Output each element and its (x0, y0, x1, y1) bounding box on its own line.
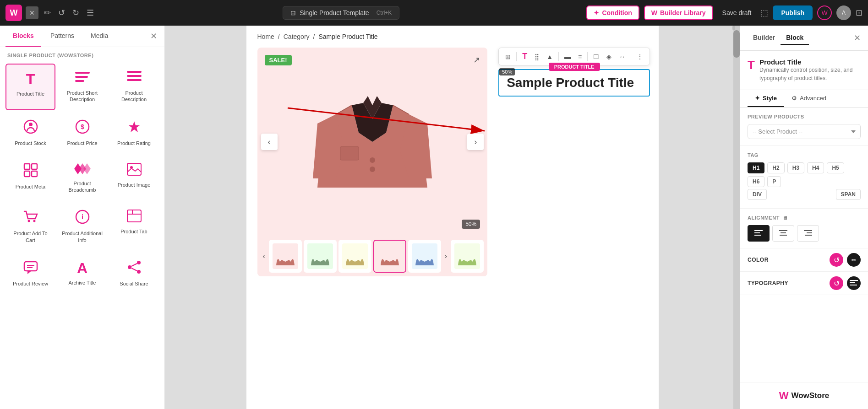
right-advanced-tab[interactable]: ⚙ Advanced (784, 90, 834, 107)
thumb-3[interactable] (338, 240, 371, 273)
block-item-add-to-cart[interactable]: Product Add To Cart (5, 202, 55, 251)
color-reset-button[interactable]: ↺ (830, 253, 843, 267)
redo-icon[interactable]: ↻ (71, 6, 81, 20)
condition-button[interactable]: ✦ Condition (586, 5, 639, 20)
product-title-icon: T (26, 71, 35, 88)
tag-h5-button[interactable]: H5 (827, 162, 844, 173)
tag-h2-button[interactable]: H2 (767, 162, 784, 173)
save-draft-button[interactable]: Save draft (718, 6, 756, 19)
product-title-text: Sample Product Title (507, 75, 642, 90)
tab-patterns[interactable]: Patterns (43, 26, 82, 47)
block-item-review[interactable]: Product Review (5, 253, 55, 294)
tag-h6-button[interactable]: H6 (748, 176, 764, 187)
toolbar-more-button[interactable]: ⋮ (634, 51, 646, 62)
right-sidebar-close-button[interactable]: ✕ (854, 33, 861, 43)
publish-button[interactable]: Publish (773, 5, 813, 20)
tag-h1-button[interactable]: H1 (748, 162, 764, 173)
image-icon (127, 163, 142, 179)
product-image-svg (304, 59, 441, 224)
edit-icon[interactable]: ✏ (42, 6, 53, 20)
screen-size-icon[interactable]: ⬚ (760, 8, 768, 18)
toolbar-text-button[interactable]: T (519, 50, 530, 63)
tag-div-button[interactable]: DIV (748, 189, 767, 200)
block-item-image[interactable]: Product Image (109, 156, 159, 201)
block-item-price[interactable]: $ Product Price (57, 112, 107, 154)
thumb-5[interactable] (408, 240, 441, 273)
toolbar-move-up-button[interactable]: ▲ (544, 51, 556, 62)
toolbar-drag-button[interactable]: ⣿ (532, 51, 542, 62)
undo-icon[interactable]: ↺ (56, 6, 67, 20)
block-item-breadcrumb[interactable]: Product Breadcrumb (57, 156, 107, 201)
block-item-short-desc[interactable]: Product Short Description (57, 64, 107, 110)
svg-rect-14 (32, 171, 37, 177)
thumb-1[interactable] (269, 240, 302, 273)
color-picker-button[interactable]: ✏ (847, 253, 861, 267)
advanced-tab-label: Advanced (800, 95, 826, 102)
toolbar-divider-1 (516, 52, 517, 61)
logo[interactable]: W (5, 5, 22, 21)
block-label-product-title: Product Title (16, 91, 44, 97)
menu-icon[interactable]: ☰ (85, 6, 96, 20)
typography-reset-button[interactable]: ↺ (830, 276, 843, 290)
wowstore-logo-icon: W (779, 390, 789, 402)
block-item-tab[interactable]: Product Tab (109, 202, 159, 251)
expand-button[interactable]: ↗ (473, 55, 480, 65)
breadcrumb-home[interactable]: Home (257, 33, 274, 40)
block-item-meta[interactable]: Product Meta (5, 156, 55, 201)
block-item-social-share[interactable]: Social Share (109, 253, 159, 294)
align-right-button[interactable] (797, 225, 819, 242)
close-editor-button[interactable]: ✕ (26, 6, 38, 19)
tag-span-button[interactable]: SPAN (836, 189, 861, 200)
thumb-next-button[interactable]: › (443, 250, 449, 262)
preview-products-select[interactable]: -- Select Product -- (748, 124, 861, 139)
next-image-button[interactable]: › (467, 134, 484, 150)
builder-library-label: Builder Library (660, 9, 706, 16)
prev-image-button[interactable]: ‹ (261, 134, 278, 150)
toolbar-grid-button[interactable]: ⊞ (502, 51, 513, 62)
typography-edit-button[interactable] (847, 276, 861, 290)
tab-media[interactable]: Media (83, 26, 115, 47)
toolbar-width-button[interactable]: ↔ (616, 51, 628, 62)
breadcrumb-sep2: / (313, 33, 315, 40)
canvas-scrollbar[interactable] (733, 26, 740, 409)
block-item-desc[interactable]: Product Description (109, 64, 159, 110)
tab-blocks[interactable]: Blocks (5, 26, 41, 47)
product-title-block[interactable]: Sample Product Title (498, 69, 650, 97)
thumb-4[interactable] (373, 240, 406, 273)
svg-rect-3 (127, 71, 142, 73)
thumb-prev-button[interactable]: ‹ (261, 250, 267, 262)
toolbar-align-button[interactable]: ▬ (562, 51, 573, 62)
thumb-6[interactable] (451, 240, 484, 273)
thumb-2[interactable] (304, 240, 337, 273)
additional-info-icon: i (75, 210, 90, 227)
svg-rect-2 (75, 80, 84, 82)
tag-h4-button[interactable]: H4 (807, 162, 824, 173)
sidebar-close-button[interactable]: ✕ (148, 29, 159, 43)
right-tab-builder[interactable]: Builder (748, 31, 781, 45)
preview-products-label: PREVIEW PRODUCTS (748, 114, 861, 119)
block-item-additional-info[interactable]: i Product Additional Info (57, 202, 107, 251)
scrollbar-thumb[interactable] (733, 30, 740, 58)
toolbar-fill-button[interactable]: ◈ (604, 51, 614, 62)
block-item-product-title[interactable]: T Product Title (5, 64, 55, 110)
right-style-tab[interactable]: ✦ Style (748, 90, 784, 107)
svg-rect-13 (24, 171, 30, 177)
align-left-button[interactable] (748, 225, 770, 242)
tag-h3-button[interactable]: H3 (787, 162, 804, 173)
right-tab-block[interactable]: Block (781, 31, 809, 45)
toolbar-box-button[interactable]: ☐ (590, 51, 602, 62)
block-item-rating[interactable]: Product Rating (109, 112, 159, 154)
fullscreen-icon[interactable]: ⊡ (856, 8, 863, 18)
builder-library-button[interactable]: W Builder Library (644, 5, 713, 20)
align-center-button[interactable] (772, 225, 794, 242)
breadcrumb-category[interactable]: Category (284, 33, 310, 40)
wowstore-icon[interactable]: W (817, 5, 832, 20)
tag-p-button[interactable]: P (767, 176, 781, 187)
toolbar-align-left-button[interactable]: ≡ (575, 51, 584, 62)
template-button[interactable]: ⊟ Single Product Template Ctrl+K (283, 6, 399, 20)
block-item-stock[interactable]: Product Stock (5, 112, 55, 154)
block-item-archive-title[interactable]: A Archive Title (57, 253, 107, 294)
svg-rect-12 (32, 164, 37, 169)
user-avatar[interactable]: A (836, 5, 851, 20)
alignment-section: ALIGNMENT 🖥 (740, 209, 868, 248)
